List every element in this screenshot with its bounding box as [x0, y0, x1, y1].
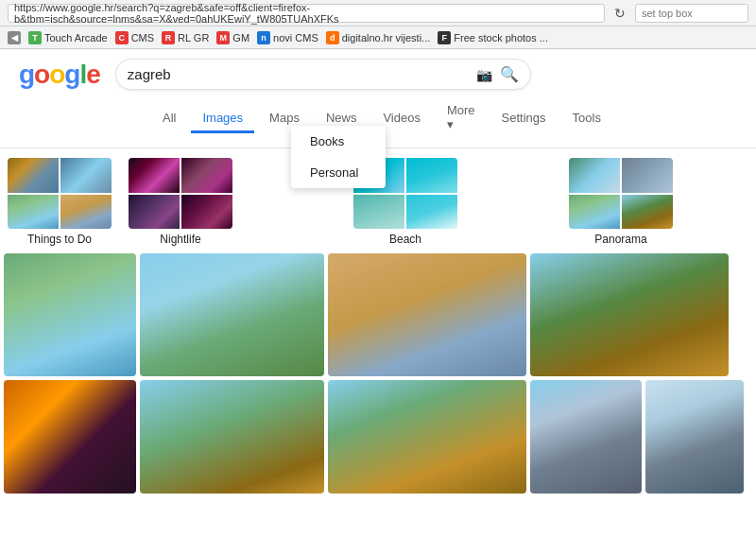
- search-box: 📷 🔍: [115, 59, 531, 90]
- dropdown-personal[interactable]: Personal: [291, 157, 386, 188]
- cluster-img: [406, 195, 457, 230]
- cluster-label: Nightlife: [160, 233, 200, 246]
- cluster-img: [129, 158, 180, 193]
- cluster-img: [8, 158, 59, 193]
- novi-cms-icon: n: [257, 31, 270, 44]
- cluster-img: [622, 158, 673, 193]
- result-image[interactable]: [530, 380, 642, 494]
- bookmarks-bar: ◀ T Touch Arcade C CMS R RL GR M GM n no…: [0, 26, 756, 49]
- cluster-img: [60, 158, 112, 193]
- digitalno-icon: d: [326, 31, 339, 44]
- cluster-panorama[interactable]: Panorama: [569, 158, 673, 246]
- result-image[interactable]: [530, 253, 729, 376]
- cluster-img: [129, 195, 180, 230]
- nav-tabs: All Images Maps News Videos More ▾ Books…: [0, 90, 756, 148]
- cluster-img: [353, 195, 404, 230]
- google-logo: google: [19, 60, 100, 90]
- bookmark-digitalno[interactable]: d digitalno.hr vijesti...: [326, 31, 431, 44]
- cluster-things-to-do-images: [8, 158, 112, 229]
- search-input[interactable]: [128, 66, 469, 82]
- cluster-img: [181, 195, 232, 230]
- dropdown-books[interactable]: Books: [291, 126, 386, 157]
- cms-icon: C: [115, 31, 129, 44]
- result-image[interactable]: [4, 380, 136, 494]
- back-icon: ◀: [8, 31, 21, 44]
- gm-icon: M: [216, 31, 230, 44]
- result-image[interactable]: [328, 253, 526, 376]
- tab-settings[interactable]: Settings: [490, 105, 558, 133]
- bookmark-gm[interactable]: M GM: [216, 31, 249, 44]
- camera-icon[interactable]: 📷: [476, 67, 492, 82]
- google-header: google 📷 🔍: [0, 49, 756, 90]
- bookmark-rl-gr[interactable]: R RL GR: [162, 31, 209, 44]
- tab-images[interactable]: Images: [191, 105, 254, 133]
- cluster-things-to-do[interactable]: Things to Do: [8, 158, 112, 246]
- rl-gr-icon: R: [162, 31, 175, 44]
- url-bar[interactable]: https://www.google.hr/search?q=zagreb&sa…: [8, 4, 605, 23]
- browser-bar: https://www.google.hr/search?q=zagreb&sa…: [0, 0, 756, 26]
- free-stock-icon: F: [438, 31, 451, 44]
- cluster-panorama-images: [569, 158, 673, 229]
- cluster-img: [569, 158, 620, 193]
- cluster-img: [569, 195, 620, 230]
- tab-tools[interactable]: Tools: [561, 105, 612, 133]
- cluster-img: [60, 195, 112, 230]
- tab-more[interactable]: More ▾: [436, 97, 487, 140]
- cluster-nightlife[interactable]: Nightlife: [129, 158, 232, 246]
- result-image[interactable]: [645, 380, 744, 494]
- results-area: Things to Do Nightlife Beach: [0, 148, 756, 507]
- search-icon[interactable]: 🔍: [500, 65, 519, 83]
- result-image[interactable]: [140, 380, 324, 494]
- cluster-img: [406, 158, 457, 193]
- bookmark-touch-arcade[interactable]: T Touch Arcade: [28, 31, 108, 44]
- result-image[interactable]: [328, 380, 526, 494]
- refresh-button[interactable]: ↻: [610, 6, 629, 21]
- cluster-nightlife-images: [129, 158, 232, 229]
- cluster-img: [8, 195, 59, 230]
- cluster-img: [622, 195, 673, 230]
- cluster-label: Beach: [389, 233, 421, 246]
- more-dropdown: Books Personal: [291, 126, 386, 188]
- result-image[interactable]: [140, 253, 324, 376]
- bookmark-back[interactable]: ◀: [8, 31, 21, 44]
- bookmark-cms[interactable]: C CMS: [115, 31, 154, 44]
- browser-search-input[interactable]: [635, 4, 748, 23]
- bookmark-novi-cms[interactable]: n novi CMS: [257, 31, 318, 44]
- touch-arcade-icon: T: [28, 31, 42, 44]
- tab-all[interactable]: All: [151, 105, 187, 133]
- image-row-2: [4, 380, 752, 494]
- bookmark-free-stock[interactable]: F Free stock photos ...: [438, 31, 548, 44]
- result-image[interactable]: [4, 253, 136, 376]
- cluster-label: Things to Do: [27, 233, 92, 246]
- nav-right: Settings Tools: [490, 105, 612, 133]
- image-row-1: [4, 253, 752, 376]
- cluster-img: [181, 158, 232, 193]
- cluster-label: Panorama: [594, 233, 646, 246]
